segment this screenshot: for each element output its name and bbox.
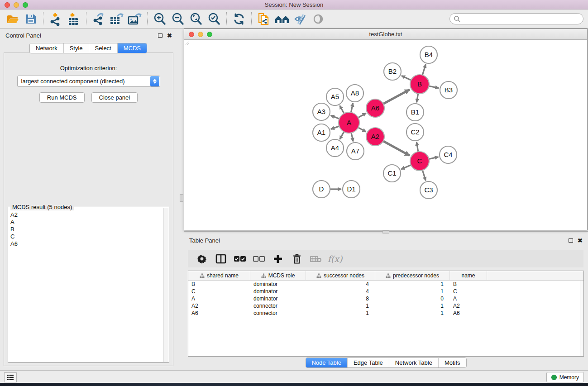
edge-A-A6[interactable] (357, 113, 366, 118)
tab-node-table[interactable]: Node Table (306, 358, 347, 367)
mcds-result-item[interactable]: C (10, 233, 163, 240)
network-minimize-button[interactable] (198, 32, 203, 37)
criterion-dropdown[interactable]: largest connected component (directed) (17, 76, 160, 87)
close-table-panel-icon[interactable]: ✖ (578, 238, 583, 243)
network-window-titlebar[interactable]: testGlobe.txt (184, 29, 587, 40)
table-cell[interactable]: 4 (306, 281, 375, 287)
import-table-icon[interactable] (65, 12, 83, 26)
table-cell[interactable]: connector (250, 303, 306, 309)
table-row[interactable]: Cdominator41C (188, 288, 583, 295)
memory-button[interactable]: Memory (546, 372, 584, 382)
table-row[interactable]: Bdominator41B (188, 281, 583, 288)
edge-A-A1[interactable] (331, 126, 340, 129)
zoom-in-icon[interactable] (151, 12, 169, 26)
zoom-out-icon[interactable] (169, 12, 187, 26)
table-cell[interactable]: 4 (306, 288, 375, 295)
network-close-button[interactable] (189, 32, 194, 37)
resize-grip-icon[interactable] (184, 40, 190, 46)
table-cell[interactable]: C (188, 288, 250, 295)
node-A[interactable]: A (339, 112, 359, 133)
table-cell[interactable]: 1 (375, 288, 450, 295)
table-cell[interactable]: B (450, 281, 487, 287)
edge-A-A4[interactable] (340, 131, 344, 139)
export-image-icon[interactable] (126, 12, 144, 26)
zoom-selected-icon[interactable] (205, 12, 223, 26)
node-B2[interactable]: B2 (384, 63, 401, 80)
edge-B-B3[interactable] (428, 86, 439, 88)
edge-A6-B[interactable] (382, 90, 410, 105)
node-A4[interactable]: A4 (326, 139, 344, 157)
table-cell[interactable]: A2 (188, 303, 250, 309)
table-cell[interactable]: 1 (375, 303, 450, 309)
first-neighbors-icon[interactable] (273, 12, 291, 26)
export-table-icon[interactable] (108, 12, 126, 26)
table-cell[interactable]: connector (250, 310, 306, 316)
node-C4[interactable]: C4 (440, 146, 457, 163)
add-column-icon[interactable] (271, 253, 285, 265)
vertical-splitter-handle[interactable] (180, 194, 183, 202)
edge-C-C2[interactable] (416, 142, 418, 152)
close-panel-icon[interactable]: ✖ (167, 33, 172, 38)
import-network-icon[interactable] (47, 12, 65, 26)
node-A3[interactable]: A3 (313, 103, 330, 120)
node-C3[interactable]: C3 (420, 181, 437, 199)
node-A7[interactable]: A7 (347, 143, 364, 160)
column-header-predecessor-nodes[interactable]: predecessor nodes (375, 271, 450, 280)
node-B[interactable]: B (410, 75, 429, 94)
deselect-all-rows-icon[interactable] (252, 253, 266, 265)
edge-B-B2[interactable] (402, 76, 412, 81)
window-controls[interactable] (5, 2, 28, 8)
mcds-result-item[interactable]: B (10, 226, 163, 233)
save-session-icon[interactable] (22, 12, 40, 26)
table-cell[interactable]: B (188, 281, 250, 287)
node-A5[interactable]: A5 (326, 88, 344, 105)
table-cell[interactable]: C (450, 288, 487, 295)
table-cell[interactable]: A (450, 295, 487, 302)
table-cell[interactable]: 1 (306, 303, 375, 309)
table-cell[interactable]: 1 (375, 281, 450, 287)
zoom-fit-icon[interactable] (187, 12, 205, 26)
float-panel-icon[interactable] (158, 33, 163, 38)
close-window-button[interactable] (5, 2, 10, 8)
tab-mcds[interactable]: MCDS (117, 43, 147, 53)
table-cell[interactable]: dominator (250, 288, 306, 295)
run-mcds-button[interactable]: Run MCDS (39, 92, 85, 103)
show-columns-icon[interactable] (214, 253, 228, 265)
edge-A-A5[interactable] (340, 105, 344, 114)
panel-list-button[interactable] (4, 372, 17, 382)
network-canvas[interactable]: AA1A2A3A4A5A6A7A8BB1B2B3B4CC1C2C3C4DD1 (184, 40, 587, 230)
network-maximize-button[interactable] (207, 32, 212, 37)
node-C1[interactable]: C1 (383, 165, 401, 182)
edge-A-A2[interactable] (358, 127, 366, 132)
node-C2[interactable]: C2 (406, 124, 424, 141)
tab-style[interactable]: Style (63, 43, 89, 53)
table-cell[interactable]: 8 (306, 295, 375, 302)
mcds-result-item[interactable]: A (10, 219, 163, 226)
table-cell[interactable]: A6 (188, 310, 250, 316)
minimize-window-button[interactable] (14, 2, 19, 8)
edge-C-C4[interactable] (428, 157, 439, 159)
export-network-icon[interactable] (90, 12, 108, 26)
node-A2[interactable]: A2 (366, 128, 384, 146)
tab-edge-table[interactable]: Edge Table (347, 358, 389, 367)
table-header-row[interactable]: shared nameMCDS rolesuccessor nodesprede… (188, 271, 583, 281)
mcds-result-item[interactable]: A6 (10, 240, 163, 248)
show-hidden-icon[interactable] (309, 12, 327, 26)
table-cell[interactable]: A (188, 295, 250, 302)
node-B3[interactable]: B3 (440, 81, 457, 99)
edge-C-C1[interactable] (401, 165, 412, 169)
edge-A-A3[interactable] (330, 115, 340, 119)
table-cell[interactable]: dominator (250, 295, 306, 302)
node-D1[interactable]: D1 (343, 181, 360, 198)
table-cell[interactable]: A2 (450, 303, 487, 309)
column-header-name[interactable]: name (450, 271, 487, 280)
hide-selected-icon[interactable] (291, 12, 309, 26)
duplicate-network-icon[interactable] (255, 12, 273, 26)
column-header-shared-name[interactable]: shared name (188, 271, 250, 280)
node-A8[interactable]: A8 (346, 85, 363, 102)
search-input[interactable] (449, 13, 583, 24)
close-panel-button[interactable]: Close panel (91, 92, 138, 103)
maximize-window-button[interactable] (23, 2, 28, 8)
node-A6[interactable]: A6 (366, 99, 384, 117)
table-scrollbar[interactable] (580, 281, 583, 356)
